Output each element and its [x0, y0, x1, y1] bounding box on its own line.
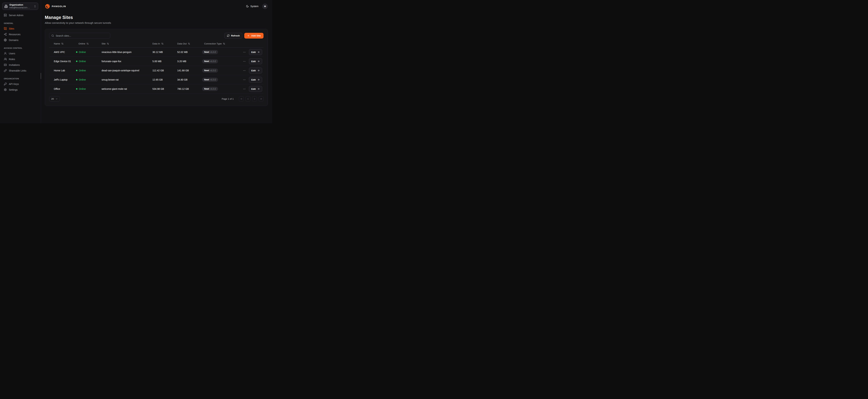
site-name: Jeff's Laptop	[54, 78, 76, 81]
column-header-online[interactable]: Online	[79, 42, 101, 45]
server-icon	[4, 14, 7, 17]
chevrons-right-icon	[260, 98, 262, 100]
pagination-bar: 20 Page 1 of 1	[49, 96, 264, 101]
sort-icon	[61, 42, 64, 45]
sidebar-nav: Server Admin GENERAL Sites Resources Dom…	[2, 12, 38, 93]
refresh-button[interactable]: Refresh	[224, 33, 242, 38]
avatar-initial: M	[264, 5, 266, 8]
gear-icon	[4, 88, 7, 91]
search-box	[49, 33, 110, 38]
sidebar: Organization milo@fossorial.io's ... Ser…	[0, 0, 41, 123]
app-window: Organization milo@fossorial.io's ... Ser…	[0, 0, 272, 123]
organization-selector[interactable]: Organization milo@fossorial.io's ...	[2, 3, 38, 10]
organization-selector-value: milo@fossorial.io's ...	[9, 6, 32, 9]
site-slug: smug-brown-rat	[101, 78, 152, 81]
row-menu-button[interactable]	[243, 50, 246, 54]
online-dot-icon	[76, 61, 78, 62]
site-name: Office	[54, 88, 76, 90]
search-input[interactable]	[56, 34, 108, 37]
sidebar-item-shareable-links[interactable]: Shareable Links	[2, 68, 38, 73]
arrow-right-icon	[257, 69, 260, 72]
status-badge: Online	[76, 51, 101, 54]
sort-icon	[107, 42, 109, 45]
sidebar-item-sites[interactable]: Sites	[2, 26, 38, 31]
site-name: Home Lab	[54, 69, 76, 72]
previous-page-button[interactable]	[245, 96, 250, 101]
organization-selector-label: Organization	[9, 3, 32, 6]
edit-button[interactable]: Edit	[249, 58, 262, 64]
site-slug: fortunate-cape-fox	[101, 60, 152, 63]
row-menu-button[interactable]	[243, 78, 246, 82]
user-avatar[interactable]: M	[262, 4, 268, 9]
column-header-name[interactable]: Name	[54, 42, 76, 45]
edit-button[interactable]: Edit	[249, 49, 262, 55]
table-row: Office Online welcome-giant-mole-rat 534…	[49, 84, 264, 94]
plus-icon	[247, 34, 250, 37]
sites-icon	[4, 27, 7, 30]
sidebar-section-access-control: ACCESS CONTROL	[2, 47, 38, 49]
sort-icon	[87, 42, 89, 45]
column-header-data-out[interactable]: Data Out	[177, 42, 204, 45]
sidebar-item-users[interactable]: Users	[2, 51, 38, 56]
column-header-site[interactable]: Site	[101, 42, 152, 45]
ellipsis-icon	[243, 51, 246, 54]
status-badge: Online	[76, 88, 101, 90]
edit-button[interactable]: Edit	[249, 77, 262, 83]
sidebar-section-organization: ORGANIZATION	[2, 78, 38, 80]
table-header-row: Name Online Site Data In	[49, 40, 264, 48]
sidebar-scrollbar-thumb[interactable]	[41, 73, 41, 79]
data-in-value: 534.98 GB	[152, 88, 177, 90]
edit-button[interactable]: Edit	[249, 67, 262, 73]
data-in-value: 30.12 MB	[152, 51, 177, 54]
chevrons-up-down-icon	[34, 5, 36, 8]
status-badge: Online	[76, 69, 101, 72]
table-row: Jeff's Laptop Online smug-brown-rat 12.6…	[49, 75, 264, 84]
sidebar-item-label: Invitations	[9, 64, 20, 66]
sidebar-item-settings[interactable]: Settings	[2, 87, 38, 93]
sidebar-item-resources[interactable]: Resources	[2, 31, 38, 37]
row-menu-button[interactable]	[243, 60, 246, 63]
column-header-connection-type[interactable]: Connection Type	[204, 42, 239, 45]
page-size-select[interactable]: 20	[49, 96, 60, 101]
next-page-button[interactable]	[252, 96, 257, 101]
table-row: Home Lab Online dead-san-joaquin-antelop…	[49, 66, 264, 75]
table-row: Edge Device 01 Online fortunate-cape-fox…	[49, 57, 264, 66]
users-icon	[4, 58, 7, 61]
arrow-right-icon	[257, 60, 260, 62]
sort-icon	[161, 42, 163, 45]
chevron-down-icon	[56, 98, 58, 100]
connection-type-badge: Newtv1.3.2	[202, 59, 218, 63]
site-slug: vivacious-little-blue-penguin	[101, 51, 152, 54]
page-content: Manage Sites Allow connectivity to your …	[41, 12, 272, 106]
link-icon	[4, 69, 7, 72]
row-menu-button[interactable]	[243, 69, 246, 72]
sidebar-item-label: Sites	[9, 27, 14, 30]
site-slug: dead-san-joaquin-antelope-squirrel	[101, 69, 152, 72]
sidebar-item-server-admin[interactable]: Server Admin	[2, 12, 38, 18]
chevron-right-icon	[253, 98, 256, 100]
row-menu-button[interactable]	[243, 87, 246, 91]
theme-toggle[interactable]: System	[246, 5, 258, 8]
edit-button[interactable]: Edit	[249, 86, 262, 92]
online-dot-icon	[76, 79, 78, 81]
sidebar-item-roles[interactable]: Roles	[2, 56, 38, 62]
sidebar-item-invitations[interactable]: Invitations	[2, 62, 38, 68]
refresh-icon	[227, 34, 229, 37]
last-page-button[interactable]	[259, 96, 264, 101]
brand-logo[interactable]: PANGOLIN	[45, 4, 66, 9]
sidebar-section-general: GENERAL	[2, 22, 38, 24]
add-site-button[interactable]: Add Site	[244, 33, 264, 38]
chevrons-left-icon	[240, 98, 243, 100]
connection-type-badge: Newtv1.3.2	[202, 78, 218, 82]
sidebar-item-label: Roles	[9, 58, 15, 61]
online-dot-icon	[76, 52, 78, 53]
top-header: PANGOLIN System M	[41, 0, 272, 12]
page-status: Page 1 of 1	[222, 98, 234, 100]
first-page-button[interactable]	[239, 96, 244, 101]
table-toolbar: Refresh Add Site	[49, 33, 264, 38]
status-badge: Online	[76, 78, 101, 81]
page-size-value: 20	[51, 98, 54, 100]
sidebar-item-domains[interactable]: Domains	[2, 37, 38, 43]
sidebar-item-api-keys[interactable]: API Keys	[2, 81, 38, 87]
column-header-data-in[interactable]: Data In	[152, 42, 177, 45]
